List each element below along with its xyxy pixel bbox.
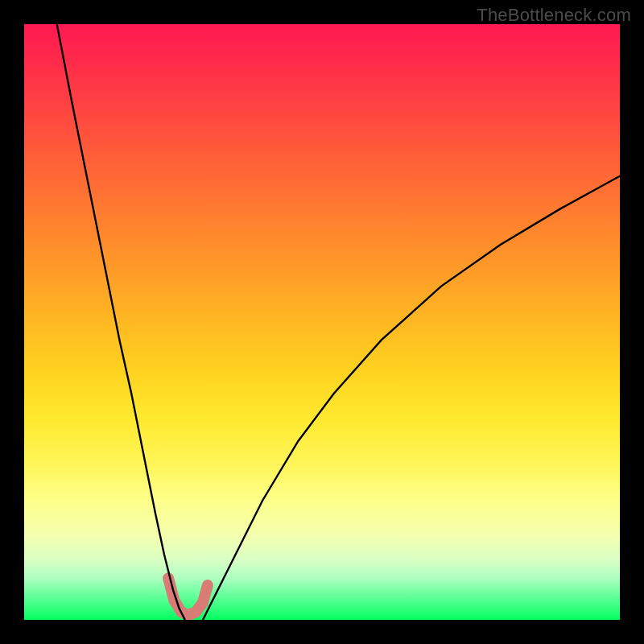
chart-frame: TheBottleneck.com	[0, 0, 644, 644]
valley-marker	[168, 578, 208, 615]
curve-right-branch	[203, 176, 620, 620]
plot-area	[24, 24, 620, 620]
curve-left-branch	[57, 24, 185, 620]
curve-layer	[24, 24, 620, 620]
watermark-text: TheBottleneck.com	[477, 5, 631, 26]
